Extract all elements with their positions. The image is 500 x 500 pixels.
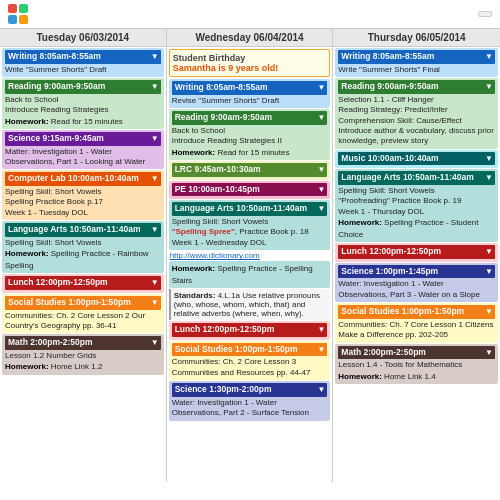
event-content: Revise "Summer Shorts" Draft [172,96,328,106]
event-header[interactable]: Writing 8:05am-8:55am▼ [338,50,495,64]
event-time: Language Arts 10:50am-11:40am [341,172,473,182]
dropdown-arrow-icon[interactable]: ▼ [317,325,325,335]
homework-label: Homework: [338,218,382,227]
event-header[interactable]: Music 10:00am-10:40am▼ [338,152,495,166]
dropdown-arrow-icon[interactable]: ▼ [485,307,493,317]
logo-icon [8,4,28,24]
dropdown-arrow-icon[interactable]: ▼ [151,338,159,348]
event-time: Science 1:30pm-2:00pm [175,384,272,394]
dropdown-arrow-icon[interactable]: ▼ [317,165,325,175]
event-header[interactable]: Social Studies 1:00pm-1:50pm▼ [5,296,161,310]
dropdown-arrow-icon[interactable]: ▼ [485,247,493,257]
homework-text: Read for 15 minutes [49,117,123,126]
event-block: Writing 8:05am-8:55am▼Write "Summer Shor… [2,48,164,77]
event-time: Social Studies 1:00pm-1:50pm [175,344,298,354]
event-time: Lunch 12:00pm-12:50pm [8,277,108,287]
dropdown-arrow-icon[interactable]: ▼ [485,173,493,183]
event-header[interactable]: Reading 9:00am-9:50am▼ [172,111,328,125]
event-header[interactable]: PE 10:00am-10:45pm▼ [172,183,328,197]
event-header[interactable]: Reading 9:00am-9:50am▼ [338,80,495,94]
event-time: Music 10:00am-10:40am [341,153,438,163]
dropdown-arrow-icon[interactable]: ▼ [317,185,325,195]
dropdown-arrow-icon[interactable]: ▼ [485,52,493,62]
event-content: Lesson 1.4 - Tools for Mathematics [338,360,495,370]
event-content: Write "Summer Shorts" Final [338,65,495,75]
homework-label: Homework: [338,372,382,381]
event-header[interactable]: LRC 9:45am-10:30am▼ [172,163,328,177]
dropdown-arrow-icon[interactable]: ▼ [317,83,325,93]
event-header[interactable]: Social Studies 1:00pm-1:50pm▼ [338,305,495,319]
dropdown-arrow-icon[interactable]: ▼ [151,134,159,144]
dropdown-arrow-icon[interactable]: ▼ [485,154,493,164]
event-block: Reading 9:00am-9:50am▼Back to School Int… [169,109,331,160]
homework-label: Homework: [5,249,49,258]
dropdown-arrow-icon[interactable]: ▼ [485,82,493,92]
event-time: Writing 8:05am-8:55am [341,51,434,61]
event-header[interactable]: Lunch 12:00pm-12:50pm▼ [338,245,495,259]
event-block: Lunch 12:00pm-12:50pm▼ [2,274,164,293]
dropdown-arrow-icon[interactable]: ▼ [151,82,159,92]
homework-section: Homework: Spelling Practice - Student Ch… [338,217,495,240]
event-time: Lunch 12:00pm-12:50pm [341,246,441,256]
event-header[interactable]: Writing 8:05am-8:55am▼ [5,50,161,64]
week-selector-button[interactable] [478,11,492,17]
event-link[interactable]: http://www.dictionary.com [170,251,330,260]
event-content: Communities: Ch. 7 Core Lesson 1 Citizen… [338,320,495,341]
event-block: Lunch 12:00pm-12:50pm▼ [335,243,498,262]
event-header[interactable]: Computer Lab 10:00am-10:40am▼ [5,172,161,186]
event-block: Writing 8:05am-8:55am▼Write "Summer Shor… [335,48,498,77]
event-header[interactable]: Math 2:00pm-2:50pm▼ [5,336,161,350]
event-block: Science 1:00pm-1:45pm▼Water: Investigati… [335,263,498,302]
dropdown-arrow-icon[interactable]: ▼ [317,385,325,395]
event-block: Social Studies 1:00pm-1:50pm▼Communities… [169,341,331,380]
dropdown-arrow-icon[interactable]: ▼ [151,174,159,184]
event-header[interactable]: Science 9:15am-9:45am▼ [5,132,161,146]
event-block: Language Arts 10:50am-11:40am▼Spelling S… [169,200,331,250]
event-header[interactable]: Lunch 12:00pm-12:50pm▼ [5,276,161,290]
event-block: Social Studies 1:00pm-1:50pm▼Communities… [2,294,164,333]
event-time: Writing 8:05am-8:55am [175,82,268,92]
homework-section: Homework: Home Link 1.4 [338,371,495,382]
event-content: Matter: Investigation 1 - Water Observat… [5,147,161,168]
homework-section: Homework: Spelling Practice - Rainbow Sp… [5,248,161,271]
event-header[interactable]: Science 1:00pm-1:45pm▼ [338,265,495,279]
event-header[interactable]: Lunch 12:00pm-12:50pm▼ [172,323,328,337]
day-column: Student BirthdaySamantha is 9 years old!… [167,47,334,482]
event-header[interactable]: Reading 9:00am-9:50am▼ [5,80,161,94]
event-header[interactable]: Language Arts 10:50am-11:40am▼ [172,202,328,216]
app-logo [8,4,32,24]
event-header[interactable]: Social Studies 1:00pm-1:50pm▼ [172,343,328,357]
dropdown-arrow-icon[interactable]: ▼ [151,278,159,288]
event-content: Communities: Ch. 2 Core Lesson 2 Our Cou… [5,311,161,332]
dropdown-arrow-icon[interactable]: ▼ [317,113,325,123]
event-time: Language Arts 10:50am-11:40am [175,203,307,213]
dropdown-arrow-icon[interactable]: ▼ [151,225,159,235]
dropdown-arrow-icon[interactable]: ▼ [485,267,493,277]
event-time: LRC 9:45am-10:30am [175,164,261,174]
calendar-body: Writing 8:05am-8:55am▼Write "Summer Shor… [0,47,500,482]
standards-block: Standards: 4.L.1a Use relative pronouns … [169,289,331,320]
homework-section: Homework: Spelling Practice - Spelling S… [172,263,328,286]
event-header[interactable]: Science 1:30pm-2:00pm▼ [172,383,328,397]
dropdown-arrow-icon[interactable]: ▼ [151,298,159,308]
event-time: Science 1:00pm-1:45pm [341,266,438,276]
event-time: Science 9:15am-9:45am [8,133,104,143]
event-time: Reading 9:00am-9:50am [341,81,438,91]
day-header: Wednesday 06/04/2014 [167,29,334,46]
event-header[interactable]: Writing 8:05am-8:55am▼ [172,81,328,95]
dropdown-arrow-icon[interactable]: ▼ [317,345,325,355]
dropdown-arrow-icon[interactable]: ▼ [317,204,325,214]
event-block: Music 10:00am-10:40am▼ [335,150,498,169]
event-content: Water: Investigation 1 - Water Observati… [338,279,495,300]
day-header: Thursday 06/05/2014 [333,29,500,46]
homework-label: Homework: [5,362,49,371]
day-column: Writing 8:05am-8:55am▼Write "Summer Shor… [333,47,500,482]
event-header[interactable]: Math 2:00pm-2:50pm▼ [338,346,495,360]
dropdown-arrow-icon[interactable]: ▼ [485,348,493,358]
dropdown-arrow-icon[interactable]: ▼ [151,52,159,62]
event-header[interactable]: Language Arts 10:50am-11:40am▼ [338,171,495,185]
event-header[interactable]: Language Arts 10:50am-11:40am▼ [5,223,161,237]
event-content: Back to School Introduce Reading Strateg… [172,126,328,147]
event-time: Math 2:00pm-2:50pm [8,337,93,347]
event-block: LRC 9:45am-10:30am▼ [169,161,331,180]
